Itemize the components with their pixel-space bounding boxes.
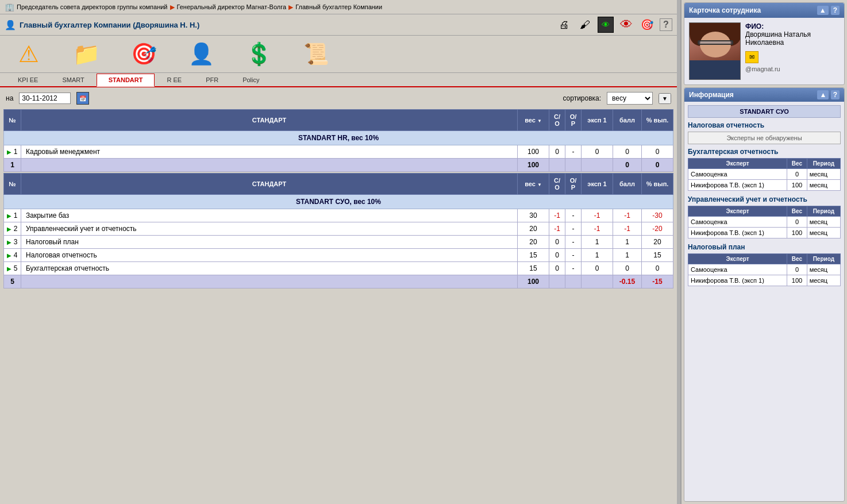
- row-name: Кадровый менеджмент: [21, 145, 518, 159]
- info-subsection-buch: Бухгалтерская отчетность: [688, 148, 841, 156]
- toolbar-ree[interactable]: [178, 39, 224, 69]
- subtotal-ball: -0.15: [613, 275, 642, 288]
- breadcrumb-text-2: Генеральный директор Магнат-Волга: [177, 3, 287, 10]
- tab-smart[interactable]: SMART: [50, 74, 96, 87]
- calendar-button[interactable]: 📅: [76, 92, 89, 105]
- section-header-suo: STANDART СУО, вес 10%: [4, 195, 673, 209]
- row-pct: 0: [642, 262, 673, 275]
- card-help-button[interactable]: ?: [831, 6, 840, 15]
- th-period: Период: [807, 159, 840, 169]
- expert-weight: 100: [787, 228, 807, 238]
- row-ball: -1: [613, 222, 642, 236]
- play-button[interactable]: ▶: [7, 252, 11, 259]
- tab-ree[interactable]: R EE: [155, 74, 194, 87]
- tab-kpi[interactable]: KPI EE: [6, 74, 50, 87]
- expert-weight: 0: [787, 264, 807, 275]
- target-icon[interactable]: 🎯: [639, 17, 655, 33]
- info-panel: Информация ▲ ? STANDART СУО Налоговая от…: [684, 87, 845, 502]
- table-row: ▶ 3 Налоговый план 20 0 - 1 1 20: [4, 236, 673, 249]
- expert-name: Самооценка: [688, 264, 787, 275]
- subtotal-weight: 100: [518, 275, 549, 288]
- main-panel: 🏢 Председатель совета директоров группы …: [0, 0, 677, 504]
- info-help-button[interactable]: ?: [831, 90, 840, 99]
- tab-pfr[interactable]: PFR: [194, 74, 230, 87]
- row-weight: 15: [518, 249, 549, 262]
- card-collapse-button[interactable]: ▲: [817, 6, 829, 15]
- row-num: ▶ 3: [4, 236, 21, 249]
- toolbar-policy[interactable]: [293, 39, 339, 69]
- dollar-icon: [244, 39, 274, 69]
- sort-select[interactable]: весу номеру алфавиту: [607, 92, 653, 105]
- expert-name: Самооценка: [688, 217, 787, 228]
- table-row: ▶ 5 Бухгалтерская отчетность 15 0 - 0 0 …: [4, 262, 673, 275]
- th-co-1: С/О: [549, 110, 565, 131]
- row-op: -: [565, 262, 582, 275]
- subtotal-exp1: [582, 159, 613, 172]
- th-ball-2: балл: [613, 174, 642, 195]
- th-exp-2: эксп 1: [582, 174, 613, 195]
- subtotal-num: 5: [4, 275, 21, 288]
- row-op: -: [565, 222, 582, 236]
- info-collapse-button[interactable]: ▲: [817, 90, 829, 99]
- row-ball: -1: [613, 209, 642, 222]
- subtotal-weight: 100: [518, 159, 549, 172]
- play-button[interactable]: ▶: [7, 266, 11, 272]
- breadcrumb-text-3: Главный бухгалтер Компании: [295, 3, 382, 10]
- th-expert: Эксперт: [688, 206, 787, 217]
- play-button[interactable]: ▶: [7, 213, 11, 219]
- info-table-upr: Эксперт Вес Период Самооценка 0 месяц Ни…: [688, 206, 841, 238]
- toolbar-pfr[interactable]: [236, 39, 282, 69]
- info-table-nalog-plan: Эксперт Вес Период Самооценка 0 месяц Ни…: [688, 253, 841, 286]
- th-standard-1: стандарт: [21, 110, 518, 131]
- expert-period: месяц: [807, 169, 840, 180]
- help-icon[interactable]: ?: [660, 18, 672, 31]
- row-pct: -20: [642, 222, 673, 236]
- play-button[interactable]: ▶: [7, 239, 11, 245]
- tab-standart[interactable]: STANDART: [97, 74, 155, 87]
- row-op: -: [565, 209, 582, 222]
- breadcrumb: 🏢 Председатель совета директоров группы …: [0, 0, 677, 14]
- date-input[interactable]: [19, 93, 71, 104]
- fio-label: ФИО:: [745, 22, 840, 30]
- row-exp1: -1: [582, 209, 613, 222]
- person-icon: [186, 39, 216, 69]
- eye-icon[interactable]: 👁: [618, 17, 634, 33]
- toolbar-kpi[interactable]: [6, 39, 52, 69]
- expert-period: месяц: [807, 180, 840, 191]
- info-subsection-upr: Управленческий учет и отчетность: [688, 195, 841, 203]
- row-co: -1: [549, 222, 565, 236]
- row-co: 0: [549, 236, 565, 249]
- row-co: 0: [549, 262, 565, 275]
- row-num: ▶ 1: [4, 209, 21, 222]
- table-row: ▶ 1 Закрытие баз 30 -1 - -1 -1 -30: [4, 209, 673, 222]
- row-name: Налоговая отчетность: [21, 249, 518, 262]
- right-panel: Карточка сотрудника ▲ ?: [680, 0, 847, 504]
- monitor-icon[interactable]: 👁: [598, 17, 614, 33]
- toolbar-standart[interactable]: [121, 39, 167, 69]
- no-experts-text: Эксперты не обнаружены: [688, 132, 841, 144]
- play-button[interactable]: ▶: [7, 149, 11, 155]
- th-num-1: №: [4, 110, 21, 131]
- expert-weight: 100: [787, 275, 807, 286]
- row-exp1: -1: [582, 222, 613, 236]
- toolbar: [0, 36, 677, 73]
- row-num: ▶ 4: [4, 249, 21, 262]
- info-table-row: Самооценка 0 месяц: [688, 169, 841, 180]
- row-op: -: [565, 236, 582, 249]
- row-weight: 20: [518, 222, 549, 236]
- th-pct-1: % вып.: [642, 110, 673, 131]
- print-icon[interactable]: 🖨: [556, 17, 572, 33]
- tab-policy[interactable]: Policy: [230, 74, 271, 87]
- expert-name: Никифорова Т.В. (эксп 1): [688, 180, 787, 191]
- date-label: на: [6, 94, 13, 102]
- brush-icon[interactable]: 🖌: [577, 17, 593, 33]
- subtotal-row-suo: 5 100 -0.15 -15: [4, 275, 673, 288]
- info-panel-body: STANDART СУО Налоговая отчетность Экспер…: [684, 102, 844, 294]
- play-button[interactable]: ▶: [7, 226, 11, 232]
- email-button[interactable]: ✉: [745, 51, 759, 63]
- sort-dropdown-button[interactable]: ▼: [659, 93, 671, 104]
- header-icons: 🖨 🖌 👁 👁 🎯 ?: [556, 17, 672, 33]
- th-weight: Вес: [787, 254, 807, 264]
- row-name: Закрытие баз: [21, 209, 518, 222]
- toolbar-smart[interactable]: [63, 39, 109, 69]
